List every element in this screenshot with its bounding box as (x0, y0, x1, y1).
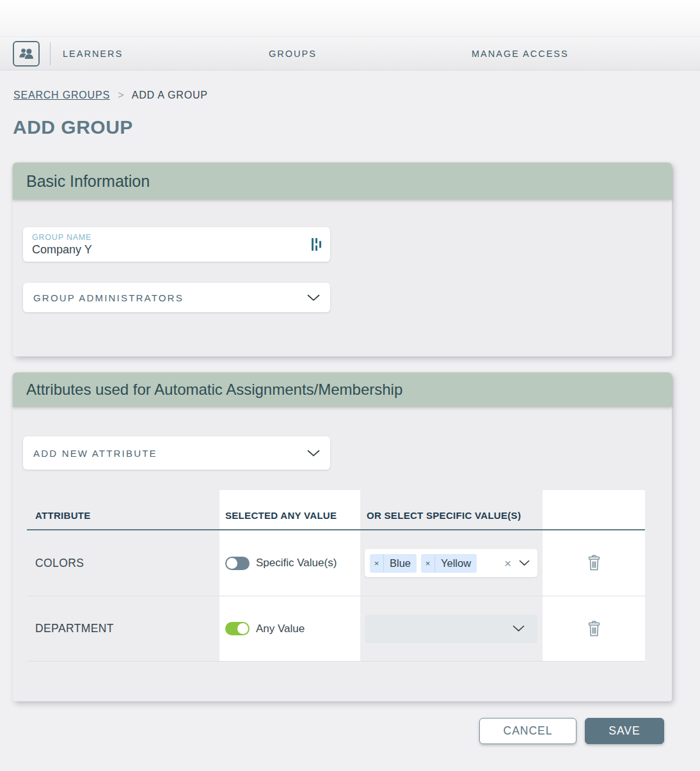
column-header-actions (543, 490, 645, 530)
add-new-attribute-label: ADD NEW ATTRIBUTE (33, 448, 307, 459)
breadcrumb: SEARCH GROUPS > ADD A GROUP (13, 90, 700, 101)
row-actions-cell (543, 596, 645, 662)
attributes-header: Attributes used for Automatic Assignment… (13, 372, 672, 407)
toggle-knob (227, 558, 237, 569)
group-name-field[interactable]: GROUP NAME Company Y (23, 227, 330, 262)
any-value-toggle-cell: Any Value (219, 596, 360, 662)
row-actions-cell (543, 530, 645, 596)
chevron-down-icon (307, 450, 320, 457)
chevron-down-icon (513, 625, 525, 632)
group-name-label: GROUP NAME (32, 233, 312, 242)
attribute-name-colors: COLORS (27, 530, 219, 596)
nav-tab-groups[interactable]: GROUPS (269, 37, 317, 70)
chip-label: Yellow (435, 554, 477, 573)
specific-values-multiselect-colors[interactable]: × Blue × Yellow × (365, 549, 537, 577)
trash-icon (586, 554, 602, 572)
add-new-attribute-dropdown[interactable]: ADD NEW ATTRIBUTE (23, 436, 330, 470)
group-name-icon (312, 237, 321, 252)
clear-selection-button[interactable]: × (504, 557, 511, 569)
chip-remove-button[interactable]: × (370, 554, 384, 573)
any-value-toggle-cell: Specific Value(s) (219, 530, 360, 596)
basic-information-card: Basic Information GROUP NAME Company Y (13, 163, 672, 356)
column-header-specific-values: OR SELECT SPECIFIC VALUE(S) (360, 490, 543, 530)
attributes-table: ATTRIBUTE SELECTED ANY VALUE OR SELECT S… (27, 490, 645, 662)
value-chip-blue: × Blue (370, 554, 417, 573)
group-administrators-label: GROUP ADMINISTRATORS (33, 292, 307, 303)
group-name-value: Company Y (32, 243, 312, 257)
nav-tab-manage-access[interactable]: MANAGE ACCESS (472, 37, 569, 70)
breadcrumb-current: ADD A GROUP (132, 90, 208, 100)
delete-attribute-button-colors[interactable] (586, 554, 602, 572)
toggle-label-department: Any Value (256, 623, 305, 635)
breadcrumb-separator: > (118, 90, 124, 100)
save-button[interactable]: SAVE (585, 718, 664, 744)
trash-icon (586, 620, 602, 638)
learners-icon-button[interactable] (13, 41, 40, 67)
attributes-card: Attributes used for Automatic Assignment… (13, 372, 672, 701)
chevron-down-icon (307, 294, 320, 301)
specific-values-cell (360, 596, 543, 662)
footer-actions: CANCEL SAVE (13, 718, 672, 744)
chevron-down-icon (519, 560, 530, 566)
basic-information-header: Basic Information (13, 163, 672, 200)
column-header-selected-any-value: SELECTED ANY VALUE (219, 490, 360, 530)
delete-attribute-button-department[interactable] (586, 620, 602, 638)
any-value-toggle-colors[interactable] (225, 557, 250, 570)
people-icon (18, 47, 35, 61)
main-navbar: LEARNERS GROUPS MANAGE ACCESS (0, 37, 700, 70)
nav-tab-learners[interactable]: LEARNERS (63, 37, 123, 70)
cancel-button[interactable]: CANCEL (479, 718, 577, 744)
page-title: ADD GROUP (13, 116, 700, 138)
attributes-body: ADD NEW ATTRIBUTE ATTRIBUTE SELECTED ANY… (13, 407, 672, 701)
attribute-name-department: DEPARTMENT (27, 596, 219, 662)
chip-remove-button[interactable]: × (421, 554, 435, 573)
specific-values-select-department[interactable] (365, 615, 537, 643)
specific-values-cell: × Blue × Yellow × (360, 530, 543, 596)
basic-information-body: GROUP NAME Company Y GROUP ADMINISTRATOR… (13, 200, 672, 356)
any-value-toggle-department[interactable] (225, 622, 250, 635)
column-header-attribute: ATTRIBUTE (27, 490, 219, 530)
top-band (0, 0, 700, 37)
nav-divider (50, 42, 51, 65)
group-administrators-dropdown[interactable]: GROUP ADMINISTRATORS (23, 283, 330, 312)
chip-label: Blue (384, 554, 417, 573)
value-chip-yellow: × Yellow (421, 554, 477, 573)
breadcrumb-search-groups-link[interactable]: SEARCH GROUPS (13, 90, 110, 100)
toggle-label-colors: Specific Value(s) (256, 557, 337, 569)
toggle-knob (237, 623, 248, 634)
